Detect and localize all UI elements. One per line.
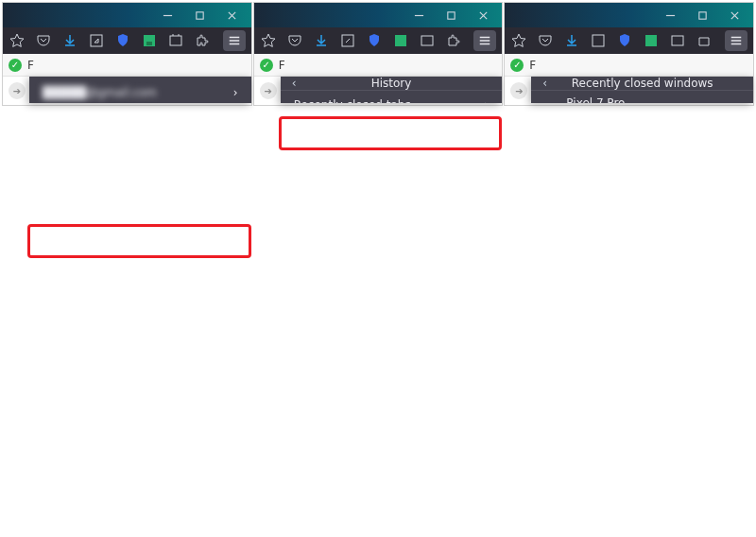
bookmark-item-label[interactable]: F xyxy=(529,59,536,72)
svg-rect-16 xyxy=(645,35,657,46)
svg-rect-17 xyxy=(672,36,683,45)
nav-arrow-icon: ➔ xyxy=(510,82,527,99)
svg-rect-7 xyxy=(395,35,406,46)
highlight-annotation xyxy=(279,116,503,150)
panel-main-menu: ✓ F ➔ █████@gmail.com › New tabCtrl+T Ne… xyxy=(2,2,252,106)
panel-closed-windows: ✓ F ➔ ‹ Recently closed windows MPixel 7… xyxy=(504,2,754,106)
openlink-icon[interactable] xyxy=(590,32,607,49)
highlight-annotation xyxy=(27,224,251,258)
screenshot-icon[interactable] xyxy=(167,32,184,49)
submenu-title: Recently closed windows xyxy=(572,77,713,90)
bookmarks-bar: ✓ F xyxy=(3,54,251,77)
download-icon[interactable] xyxy=(61,32,78,49)
pocket-icon[interactable] xyxy=(537,32,554,49)
openlink-icon[interactable] xyxy=(339,32,356,49)
extension-icon[interactable] xyxy=(696,32,713,49)
svg-rect-14 xyxy=(698,11,705,18)
screenshot-icon[interactable] xyxy=(419,32,436,49)
account-email: █████@gmail.com xyxy=(43,86,157,99)
close-button[interactable] xyxy=(468,5,498,26)
maximize-button[interactable] xyxy=(687,5,717,26)
bookmark-star-icon[interactable] xyxy=(510,32,527,49)
account-row[interactable]: █████@gmail.com › xyxy=(29,77,251,103)
history-submenu: ‹ History Recently closed tabs› Recently… xyxy=(281,77,503,103)
app-menu: █████@gmail.com › New tabCtrl+T New wind… xyxy=(29,77,251,103)
hamburger-menu-button[interactable] xyxy=(223,30,246,51)
closed-window-title: Pixel 7 Pro Review After ... xyxy=(566,96,658,103)
download-icon[interactable] xyxy=(563,32,580,49)
titlebar xyxy=(505,3,753,27)
site-badge-icon: ✓ xyxy=(260,59,273,72)
titlebar xyxy=(3,3,251,27)
save-disk-icon[interactable] xyxy=(392,32,409,49)
submenu-title: History xyxy=(371,77,412,90)
svg-rect-8 xyxy=(421,36,433,45)
shield-icon[interactable] xyxy=(366,32,383,49)
minimize-button[interactable] xyxy=(404,5,434,26)
svg-rect-3 xyxy=(146,42,152,45)
shield-icon[interactable] xyxy=(616,32,633,49)
close-button[interactable] xyxy=(719,5,749,26)
back-button[interactable]: ‹ xyxy=(292,77,297,90)
pocket-icon[interactable] xyxy=(286,32,303,49)
back-button[interactable]: ‹ xyxy=(542,77,547,90)
titlebar xyxy=(254,3,503,27)
closed-window-item[interactable]: MPixel 7 Pro Review After ...Ctrl+Shift+… xyxy=(531,91,753,103)
close-button[interactable] xyxy=(217,5,248,26)
bookmark-star-icon[interactable] xyxy=(260,32,277,49)
svg-rect-4 xyxy=(170,36,181,45)
bookmarks-bar: ✓ F xyxy=(505,54,753,77)
toolbar xyxy=(505,27,753,54)
recently-closed-tabs[interactable]: Recently closed tabs› xyxy=(281,91,503,103)
maximize-button[interactable] xyxy=(185,5,215,26)
submenu-header: ‹ Recently closed windows xyxy=(531,77,753,91)
closed-windows-submenu: ‹ Recently closed windows MPixel 7 Pro R… xyxy=(531,77,753,103)
panel-history-menu: ✓ F ➔ ‹ History Recently closed tabs› Re… xyxy=(253,2,504,106)
bookmark-item-label[interactable]: F xyxy=(27,59,34,72)
bookmark-star-icon[interactable] xyxy=(9,32,26,49)
nav-arrow-icon: ➔ xyxy=(9,82,26,99)
submenu-header: ‹ History xyxy=(281,77,503,91)
chevron-right-icon: › xyxy=(485,98,490,103)
hamburger-menu-button[interactable] xyxy=(473,30,496,51)
site-badge-icon: ✓ xyxy=(9,59,22,72)
screenshot-icon[interactable] xyxy=(669,32,686,49)
extension-icon[interactable] xyxy=(194,32,211,49)
pocket-icon[interactable] xyxy=(35,32,52,49)
maximize-button[interactable] xyxy=(436,5,466,26)
nav-arrow-icon: ➔ xyxy=(260,82,277,99)
svg-rect-5 xyxy=(448,11,455,18)
toolbar xyxy=(254,27,503,54)
bookmark-item-label[interactable]: F xyxy=(279,59,285,72)
hamburger-menu-button[interactable] xyxy=(725,30,747,51)
svg-rect-0 xyxy=(197,11,203,18)
minimize-button[interactable] xyxy=(655,5,685,26)
minimize-button[interactable] xyxy=(153,5,183,26)
shield-icon[interactable] xyxy=(114,32,131,49)
save-disk-icon[interactable] xyxy=(141,32,158,49)
site-badge-icon: ✓ xyxy=(510,59,524,72)
save-disk-icon[interactable] xyxy=(643,32,660,49)
chevron-right-icon: › xyxy=(233,86,238,99)
svg-rect-15 xyxy=(593,35,604,46)
bookmarks-bar: ✓ F xyxy=(254,54,503,77)
extension-icon[interactable] xyxy=(445,32,462,49)
toolbar xyxy=(3,27,251,54)
download-icon[interactable] xyxy=(313,32,330,49)
openlink-icon[interactable] xyxy=(88,32,105,49)
